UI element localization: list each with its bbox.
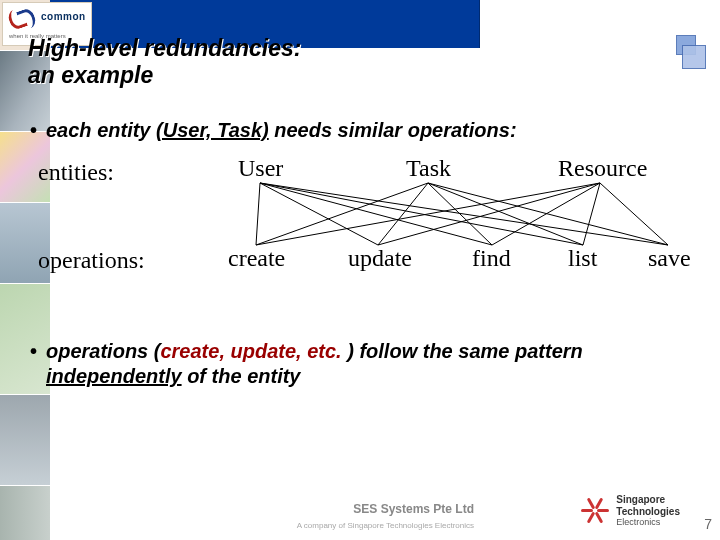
ste-text: Singapore Technologies Electronics bbox=[616, 494, 680, 528]
logo-text: common bbox=[41, 11, 86, 22]
page-number: 7 bbox=[704, 516, 712, 532]
slide: common when it really matters High-level… bbox=[0, 0, 720, 540]
ses-sub: A company of Singapore Technologies Elec… bbox=[297, 521, 474, 530]
title-line2: an example bbox=[28, 63, 302, 88]
bullet-dot-icon: • bbox=[30, 118, 46, 143]
footer: SES Systems Pte Ltd A company of Singapo… bbox=[0, 480, 720, 540]
svg-line-13 bbox=[583, 183, 600, 245]
diagram-lines-icon bbox=[38, 155, 698, 285]
title-line1: High-level redundancies: bbox=[28, 35, 302, 61]
ste-mark-icon bbox=[580, 496, 610, 526]
content-area: • each entity (User, Task) needs similar… bbox=[30, 110, 700, 401]
ses-name: SES Systems Pte Ltd bbox=[353, 502, 474, 516]
bullet-2: • operations (create, update, etc. ) fol… bbox=[30, 339, 700, 389]
bipartite-diagram: entities: operations: User Task Resource… bbox=[38, 155, 698, 285]
bullet-2-text: operations (create, update, etc. ) follo… bbox=[46, 339, 700, 389]
slide-title: High-level redundancies: an example bbox=[28, 36, 302, 89]
ste-logo: Singapore Technologies Electronics bbox=[580, 494, 680, 528]
bullet-1-text: each entity (User, Task) needs similar o… bbox=[46, 118, 517, 143]
svg-line-0 bbox=[256, 183, 260, 245]
bullet-dot-icon: • bbox=[30, 339, 46, 389]
svg-line-14 bbox=[600, 183, 668, 245]
svg-line-8 bbox=[428, 183, 583, 245]
svg-line-2 bbox=[260, 183, 492, 245]
svg-line-7 bbox=[428, 183, 492, 245]
decor-square-icon bbox=[682, 45, 706, 69]
svg-line-5 bbox=[256, 183, 428, 245]
svg-line-11 bbox=[378, 183, 600, 245]
bullet-1: • each entity (User, Task) needs similar… bbox=[30, 118, 700, 143]
